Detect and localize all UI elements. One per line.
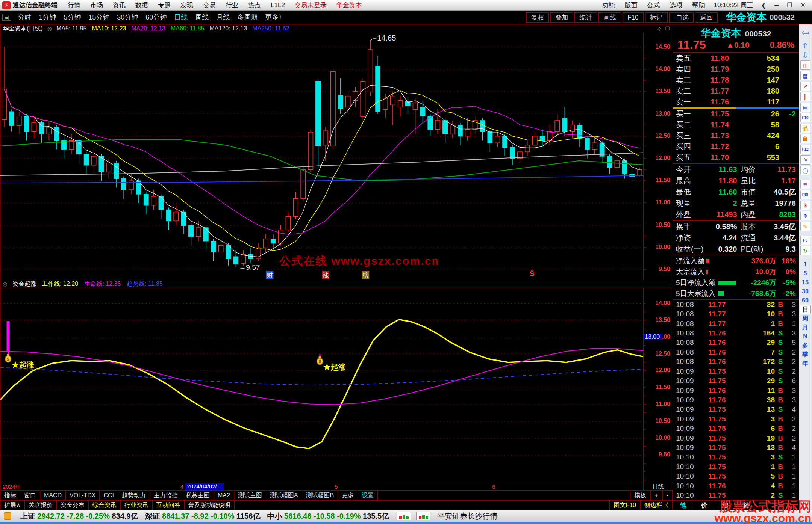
tab-测试幅图A[interactable]: 测试幅图A (266, 491, 302, 500)
tab-普及版功能说明[interactable]: 普及版功能说明 (185, 501, 235, 510)
scroll-down-icon[interactable]: ⇩ (800, 51, 810, 59)
money-icon[interactable]: $ (800, 201, 810, 210)
tab-测试幅图B[interactable]: 测试幅图B (302, 491, 338, 500)
scroll-up-icon[interactable]: ⇧ (800, 42, 810, 50)
tab-关联报价[interactable]: 关联报价 (25, 501, 57, 510)
tab-模板[interactable]: 模板 (630, 491, 650, 500)
tab-互动问答[interactable]: 互动问答 (153, 501, 185, 510)
menu-item-专题[interactable]: 专题 (153, 2, 176, 9)
tab-趋势动力[interactable]: 趋势动力 (118, 491, 150, 500)
menu-item-L1L2[interactable]: L1L2 (266, 2, 290, 9)
menu-item-版面[interactable]: 版面 (620, 2, 642, 9)
quote-tab-细[interactable]: 细 (715, 501, 736, 510)
f10-icon[interactable]: F10 (800, 113, 810, 122)
multi-line-icon[interactable]: ≋ (800, 180, 810, 189)
close-button[interactable]: ✕ (797, 2, 810, 8)
menu-item-资讯[interactable]: 资讯 (108, 2, 130, 9)
relation-icon[interactable]: 品 (800, 124, 810, 133)
tab--[interactable]: - (662, 491, 673, 500)
period-tab-60分钟[interactable]: 60分钟 (142, 14, 170, 21)
toolbar-button-F10[interactable]: F10 (623, 12, 643, 23)
tab-测试主图[interactable]: 测试主图 (234, 491, 266, 500)
period-tab-1分钟[interactable]: 1分钟 (35, 14, 60, 21)
toolbar-button--自选[interactable]: -自选 (669, 12, 694, 23)
menu-item-市场[interactable]: 市场 (85, 2, 108, 9)
toolbar-button-返回[interactable]: 返回 (695, 12, 718, 23)
tab-综合资讯[interactable]: 综合资讯 (89, 501, 121, 510)
menu-item-选项[interactable]: 选项 (665, 2, 688, 9)
f12-icon[interactable]: F12 (800, 145, 810, 154)
strip-period-年[interactable]: 年 (800, 359, 811, 368)
f5-icon[interactable]: F5 (800, 236, 810, 245)
circle-icon[interactable]: ◯ (800, 166, 810, 175)
menu-trade-login[interactable]: 交易未登录 (290, 1, 332, 9)
menu-item-帮助[interactable]: 帮助 (688, 2, 710, 9)
period-tab-15分钟[interactable]: 15分钟 (85, 14, 113, 21)
formula-icon[interactable]: fx (800, 155, 810, 165)
tab-资金分布[interactable]: 资金分布 (57, 501, 89, 510)
quote-tab-笔[interactable]: 笔 (673, 501, 694, 510)
tab-扩展∧[interactable]: 扩展∧ (0, 501, 25, 510)
strip-period-N[interactable]: N (800, 332, 811, 341)
strip-period-多[interactable]: 多 (800, 341, 811, 350)
tab-+[interactable]: + (650, 491, 662, 500)
candlestick-chart[interactable]: 14.65←9.57财涨榜Ŝ (0, 33, 643, 280)
mark-icon[interactable]: ◇ (657, 26, 661, 32)
self-select-icon[interactable]: 自 (800, 134, 810, 143)
toolbar-button-统计[interactable]: 统计 (574, 12, 597, 23)
tab-MA2[interactable]: MA2 (214, 491, 234, 500)
menu-item-行情[interactable]: 行情 (63, 2, 85, 9)
back-button[interactable]: ❮ (757, 2, 770, 8)
toolbar-button-画线[interactable]: 画线 (598, 12, 621, 23)
sidebar-collapse-icon[interactable]: ⇦ (801, 27, 809, 38)
menu-item-热点[interactable]: 热点 (243, 2, 266, 9)
tab-设置[interactable]: 设置 (358, 491, 378, 500)
move-icon[interactable]: ✥ (800, 211, 810, 220)
toolbar-button-标记[interactable]: 标记 (645, 12, 668, 23)
menu-item-交易[interactable]: 交易 (198, 2, 221, 9)
restore-button[interactable]: ❐ (783, 2, 796, 8)
strip-period-30[interactable]: 30 (800, 287, 811, 296)
period-tab-分时[interactable]: 分时 (14, 14, 35, 21)
collapse-icon[interactable]: ◎ (3, 281, 7, 287)
period-tab-多周期[interactable]: 多周期 (233, 14, 261, 21)
popout-icon[interactable]: ❐ (665, 26, 670, 32)
strip-period-5[interactable]: 5 (800, 269, 811, 278)
tab-侧边栏《[interactable]: 侧边栏《 (640, 501, 673, 510)
strip-period-季[interactable]: 季 (800, 350, 811, 359)
tab-行业资讯[interactable]: 行业资讯 (121, 501, 153, 510)
strip-period-月[interactable]: 月 (800, 323, 811, 332)
period-tab-日线[interactable]: 日线 (170, 14, 191, 21)
menu-item-公式[interactable]: 公式 (642, 2, 665, 9)
strip-period-15[interactable]: 15 (800, 278, 811, 287)
tab-主力监控[interactable]: 主力监控 (150, 491, 182, 500)
toolbar-button-叠加[interactable]: 叠加 (550, 12, 573, 23)
collapse-icon[interactable]: ◎ (47, 26, 52, 32)
menu-item-数据[interactable]: 数据 (130, 2, 153, 9)
minimize-button[interactable]: ─ (770, 2, 783, 8)
kline-icon[interactable]: ║ (800, 92, 810, 101)
indicator-chart[interactable]: $★起涨$★起涨 (0, 288, 643, 483)
indicator-plot[interactable]: $★起涨$★起涨 (0, 288, 643, 483)
tab-窗口[interactable]: 窗口 (20, 491, 40, 500)
tab-MACD[interactable]: MACD (40, 491, 66, 500)
menu-active-stock[interactable]: 华金资本 (332, 1, 367, 9)
period-tab-周线[interactable]: 周线 (191, 14, 212, 21)
tab-指标[interactable]: 指标 (0, 491, 20, 500)
edit-icon[interactable]: ✎ (800, 222, 810, 231)
period-tab-更多〉[interactable]: 更多〉 (261, 14, 289, 21)
trend-line-icon[interactable]: ↗ (800, 82, 810, 91)
pane-icon[interactable]: ▣ (2, 14, 11, 21)
tab-VOL-TDX[interactable]: VOL-TDX (66, 491, 100, 500)
menu-item-行业[interactable]: 行业 (221, 2, 243, 9)
period-tab-月线[interactable]: 月线 (212, 14, 233, 21)
quote-board-icon[interactable]: ▦ (800, 71, 810, 80)
main-chart-plot[interactable]: 14.65←9.57财涨榜Ŝ 公式在线 www.gszx.com.cn (0, 33, 643, 280)
status-app-icon[interactable] (4, 512, 11, 520)
menu-item-发现[interactable]: 发现 (176, 2, 198, 9)
tick-list[interactable]: 10:0811.7732B310:0811.7710B310:0811.771B… (673, 300, 799, 500)
tab-更多[interactable]: 更多 (338, 491, 358, 500)
strip-period-周[interactable]: 周 (800, 314, 811, 323)
quote-tab-价[interactable]: 价 (694, 501, 715, 510)
menu-item-功能[interactable]: 功能 (597, 2, 620, 9)
